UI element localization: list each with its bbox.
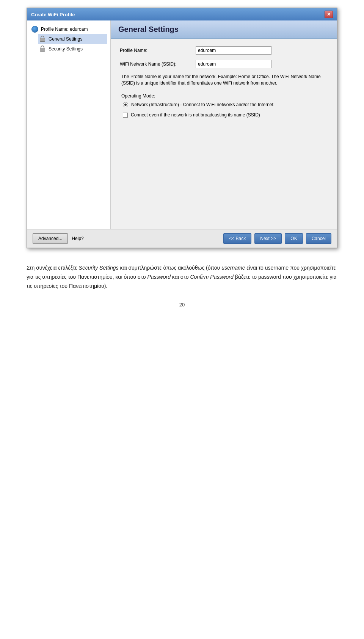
profile-name-input[interactable] — [196, 46, 271, 55]
lock-icon-security — [39, 45, 46, 53]
next-button[interactable]: Next >> — [254, 233, 282, 244]
ssid-label: WiFi Network Name (SSID): — [120, 61, 196, 67]
right-panel: General Settings Profile Name: WiFi Netw… — [111, 20, 337, 229]
content-body: Profile Name: WiFi Network Name (SSID): … — [111, 39, 337, 130]
content-header: General Settings — [111, 20, 337, 39]
dialog-title: Create WiFi Profile — [31, 12, 75, 17]
content-title: General Settings — [118, 25, 179, 33]
profile-name-row: Profile Name: — [120, 46, 328, 55]
tree-item-security-label: Security Settings — [49, 46, 83, 52]
back-button[interactable]: << Back — [223, 233, 251, 244]
footer-left: Advanced... Help? — [33, 233, 84, 244]
dialog-body: Profile Name: eduroam General Settings — [27, 20, 337, 229]
profile-name-label: Profile Name: — [120, 48, 196, 53]
radio-infrastructure-row[interactable]: Network (Infrastructure) - Connect to Wi… — [123, 102, 328, 108]
info-text: The Profile Name is your name for the ne… — [121, 74, 328, 86]
dialog-window: Create WiFi Profile ✕ Profile Name: edur… — [27, 8, 337, 248]
advanced-button[interactable]: Advanced... — [33, 233, 68, 244]
radio-infrastructure[interactable] — [123, 102, 128, 107]
tree-item-general-label: General Settings — [49, 36, 82, 42]
tree-root-label: Profile Name: eduroam — [41, 27, 88, 32]
operating-mode-label: Operating Mode: — [121, 93, 328, 99]
dialog-footer: Advanced... Help? << Back Next >> OK Can… — [27, 229, 337, 248]
checkbox-hidden-network[interactable] — [123, 113, 128, 118]
radio-infrastructure-label: Network (Infrastructure) - Connect to Wi… — [131, 102, 275, 108]
tree-root-item[interactable]: Profile Name: eduroam — [30, 24, 107, 34]
title-bar: Create WiFi Profile ✕ — [27, 8, 337, 20]
ssid-row: WiFi Network Name (SSID): — [120, 60, 328, 68]
ssid-input[interactable] — [196, 60, 271, 68]
footer-right: << Back Next >> OK Cancel — [223, 233, 331, 244]
help-link[interactable]: Help? — [72, 236, 83, 241]
page-number: 20 — [27, 302, 337, 308]
close-button[interactable]: ✕ — [325, 11, 333, 18]
tree-children: General Settings Security Settings — [30, 34, 107, 54]
cancel-button[interactable]: Cancel — [306, 233, 331, 244]
tree-item-general-settings[interactable]: General Settings — [38, 34, 107, 44]
ok-button[interactable]: OK — [285, 233, 303, 244]
globe-icon — [31, 25, 39, 33]
lock-icon-general — [39, 35, 46, 43]
tree-item-security-settings[interactable]: Security Settings — [38, 44, 107, 54]
body-paragraph: Στη συνέχεια επιλέξτε Security Settings … — [27, 264, 337, 290]
checkbox-hidden-network-row[interactable]: Connect even if the network is not broad… — [123, 112, 328, 118]
left-panel: Profile Name: eduroam General Settings — [27, 20, 111, 229]
checkbox-hidden-network-label: Connect even if the network is not broad… — [131, 112, 260, 118]
